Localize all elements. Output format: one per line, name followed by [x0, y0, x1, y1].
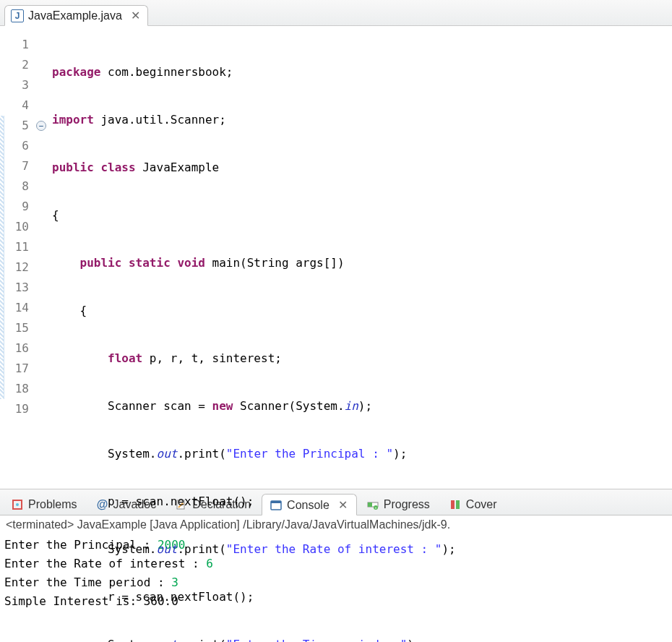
- code-area[interactable]: package com.beginnersbook; import java.u…: [48, 35, 672, 489]
- svg-point-1: [16, 503, 19, 506]
- code-line: r = scan.nextFloat();: [48, 587, 672, 607]
- code-line: System.out.print("Enter the Principal : …: [48, 444, 672, 464]
- line-number-gutter: 1 2 3 4 5 6 7 8 9 10 11 12 13 14 15 16 1…: [4, 35, 35, 489]
- editor-tabbar: J JavaExample.java ✕: [0, 0, 672, 26]
- code-editor[interactable]: 1 2 3 4 5 6 7 8 9 10 11 12 13 14 15 16 1…: [0, 26, 672, 489]
- code-line: System.out.print("Enter the Time period …: [48, 635, 672, 642]
- code-line: public class JavaExample: [48, 158, 672, 178]
- problems-icon: [11, 498, 24, 511]
- code-line: float p, r, t, sinterest;: [48, 348, 672, 369]
- fold-toggle-icon[interactable]: −: [36, 121, 46, 131]
- close-icon[interactable]: ✕: [131, 9, 140, 22]
- code-line: {: [48, 205, 672, 226]
- editor-tab-javaexample[interactable]: J JavaExample.java ✕: [4, 5, 148, 26]
- java-file-icon: J: [11, 9, 24, 22]
- code-line: package com.beginnersbook;: [48, 62, 672, 82]
- code-line: Scanner scan = new Scanner(System.in);: [48, 396, 672, 416]
- code-line: import java.util.Scanner;: [48, 110, 672, 130]
- editor-tab-label: JavaExample.java: [28, 9, 122, 22]
- code-line: p = scan.nextFloat();: [48, 492, 672, 512]
- fold-gutter: −: [35, 35, 48, 489]
- code-line: {: [48, 301, 672, 321]
- code-line: System.out.print("Enter the Rate of inte…: [48, 539, 672, 560]
- code-line: public static void main(String args[]): [48, 253, 672, 273]
